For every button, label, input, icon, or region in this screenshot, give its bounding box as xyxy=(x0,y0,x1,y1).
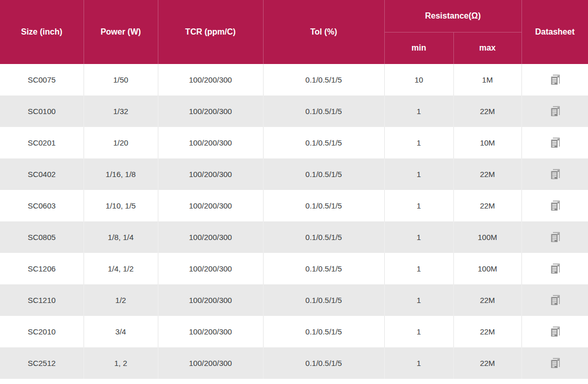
cell-resistance-min: 1 xyxy=(384,347,453,379)
datasheet-download-link[interactable] xyxy=(547,355,563,371)
datasheet-download-link[interactable] xyxy=(547,292,563,308)
cell-power: 1/16, 1/8 xyxy=(84,158,158,190)
table-row: SC0603 1/10, 1/5 100/200/300 0.1/0.5/1/5… xyxy=(0,190,588,221)
cell-tol: 0.1/0.5/1/5 xyxy=(263,64,384,95)
document-copy-icon xyxy=(549,199,561,212)
datasheet-download-link[interactable] xyxy=(547,166,563,182)
cell-resistance-max: 100M xyxy=(453,221,521,253)
cell-resistance-min: 1 xyxy=(384,190,453,221)
table-row: SC0201 1/20 100/200/300 0.1/0.5/1/5 1 10… xyxy=(0,127,588,158)
cell-power: 1/2 xyxy=(84,284,158,316)
cell-size: SC0402 xyxy=(0,158,84,190)
cell-resistance-max: 100M xyxy=(453,253,521,284)
cell-tcr: 100/200/300 xyxy=(158,158,263,190)
cell-tcr: 100/200/300 xyxy=(158,253,263,284)
datasheet-download-link[interactable] xyxy=(547,72,563,87)
cell-resistance-min: 1 xyxy=(384,221,453,253)
cell-size: SC2010 xyxy=(0,316,84,347)
cell-tol: 0.1/0.5/1/5 xyxy=(263,316,384,347)
cell-tcr: 100/200/300 xyxy=(158,64,263,95)
cell-resistance-max: 22M xyxy=(453,347,521,379)
document-copy-icon xyxy=(549,73,561,86)
page: Size (inch) Power (W) TCR (ppm/C) Tol (%… xyxy=(0,0,588,384)
table-row: SC0805 1/8, 1/4 100/200/300 0.1/0.5/1/5 … xyxy=(0,221,588,253)
cell-size: SC1210 xyxy=(0,284,84,316)
table-body: SC0075 1/50 100/200/300 0.1/0.5/1/5 10 1… xyxy=(0,64,588,379)
datasheet-download-link[interactable] xyxy=(547,103,563,119)
cell-size: SC0075 xyxy=(0,64,84,95)
cell-tcr: 100/200/300 xyxy=(158,284,263,316)
cell-tol: 0.1/0.5/1/5 xyxy=(263,190,384,221)
document-copy-icon xyxy=(549,231,561,244)
column-header-tol: Tol (%) xyxy=(263,0,384,64)
document-copy-icon xyxy=(549,325,561,338)
cell-tol: 0.1/0.5/1/5 xyxy=(263,95,384,127)
column-header-tcr: TCR (ppm/C) xyxy=(158,0,263,64)
document-copy-icon xyxy=(549,136,561,149)
cell-size: SC2512 xyxy=(0,347,84,379)
datasheet-download-link[interactable] xyxy=(547,229,563,245)
datasheet-download-link[interactable] xyxy=(547,135,563,150)
cell-datasheet xyxy=(521,127,588,158)
column-header-datasheet: Datasheet xyxy=(521,0,588,64)
cell-resistance-max: 10M xyxy=(453,127,521,158)
cell-datasheet xyxy=(521,95,588,127)
cell-size: SC1206 xyxy=(0,253,84,284)
cell-size: SC0603 xyxy=(0,190,84,221)
table-row: SC2010 3/4 100/200/300 0.1/0.5/1/5 1 22M xyxy=(0,316,588,347)
cell-resistance-max: 22M xyxy=(453,316,521,347)
cell-datasheet xyxy=(521,190,588,221)
cell-power: 3/4 xyxy=(84,316,158,347)
cell-tcr: 100/200/300 xyxy=(158,316,263,347)
column-header-power: Power (W) xyxy=(84,0,158,64)
cell-datasheet xyxy=(521,158,588,190)
cell-datasheet xyxy=(521,253,588,284)
datasheet-download-link[interactable] xyxy=(547,261,563,276)
cell-tol: 0.1/0.5/1/5 xyxy=(263,253,384,284)
table-row: SC0402 1/16, 1/8 100/200/300 0.1/0.5/1/5… xyxy=(0,158,588,190)
cell-resistance-max: 22M xyxy=(453,190,521,221)
datasheet-download-link[interactable] xyxy=(547,198,563,213)
cell-tol: 0.1/0.5/1/5 xyxy=(263,221,384,253)
cell-resistance-max: 22M xyxy=(453,95,521,127)
cell-datasheet xyxy=(521,64,588,95)
cell-power: 1/4, 1/2 xyxy=(84,253,158,284)
document-copy-icon xyxy=(549,262,561,275)
table-row: SC0100 1/32 100/200/300 0.1/0.5/1/5 1 22… xyxy=(0,95,588,127)
cell-resistance-min: 1 xyxy=(384,284,453,316)
cell-size: SC0805 xyxy=(0,221,84,253)
cell-power: 1/32 xyxy=(84,95,158,127)
cell-tcr: 100/200/300 xyxy=(158,347,263,379)
datasheet-download-link[interactable] xyxy=(547,324,563,339)
cell-datasheet xyxy=(521,316,588,347)
cell-tol: 0.1/0.5/1/5 xyxy=(263,284,384,316)
table-header: Size (inch) Power (W) TCR (ppm/C) Tol (%… xyxy=(0,0,588,64)
table-row: SC0075 1/50 100/200/300 0.1/0.5/1/5 10 1… xyxy=(0,64,588,95)
cell-resistance-min: 1 xyxy=(384,316,453,347)
cell-tol: 0.1/0.5/1/5 xyxy=(263,158,384,190)
table-row: SC1206 1/4, 1/2 100/200/300 0.1/0.5/1/5 … xyxy=(0,253,588,284)
cell-datasheet xyxy=(521,221,588,253)
cell-datasheet xyxy=(521,347,588,379)
cell-datasheet xyxy=(521,284,588,316)
column-header-size: Size (inch) xyxy=(0,0,84,64)
cell-resistance-min: 1 xyxy=(384,158,453,190)
column-header-resistance-max: max xyxy=(453,32,521,64)
column-header-resistance-min: min xyxy=(384,32,453,64)
document-copy-icon xyxy=(549,105,561,118)
cell-power: 1/8, 1/4 xyxy=(84,221,158,253)
cell-tol: 0.1/0.5/1/5 xyxy=(263,347,384,379)
cell-power: 1/10, 1/5 xyxy=(84,190,158,221)
cell-resistance-max: 1M xyxy=(453,64,521,95)
document-copy-icon xyxy=(549,294,561,307)
resistor-spec-table: Size (inch) Power (W) TCR (ppm/C) Tol (%… xyxy=(0,0,588,379)
cell-resistance-min: 1 xyxy=(384,127,453,158)
cell-resistance-max: 22M xyxy=(453,158,521,190)
cell-tcr: 100/200/300 xyxy=(158,190,263,221)
cell-tcr: 100/200/300 xyxy=(158,221,263,253)
table-row: SC2512 1, 2 100/200/300 0.1/0.5/1/5 1 22… xyxy=(0,347,588,379)
cell-tcr: 100/200/300 xyxy=(158,127,263,158)
cell-resistance-min: 1 xyxy=(384,253,453,284)
cell-size: SC0201 xyxy=(0,127,84,158)
cell-resistance-max: 22M xyxy=(453,284,521,316)
